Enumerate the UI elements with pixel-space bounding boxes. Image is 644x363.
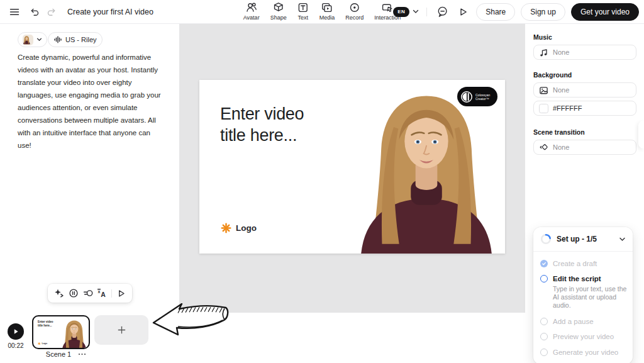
radio-active-icon [540,275,548,282]
setup-progress-label: Set up - 1/5 [557,235,614,243]
collapsed-panel-handle[interactable] [638,121,644,148]
share-button[interactable]: Share [476,3,515,21]
transition-selector[interactable]: None [533,140,636,155]
timeline-play-button[interactable] [8,323,24,340]
radio-todo-icon [540,349,548,356]
text-tool-icon [297,2,309,13]
divider [111,289,112,298]
thumb-title-text: Enter video title here... [38,320,53,328]
progress-ring-icon [540,233,552,245]
music-section-label: Music [533,33,636,41]
insert-toolbar: Avatar Shape Text Media Record Interacti… [243,2,401,21]
svg-text:x: x [98,289,101,294]
language-selector[interactable]: EN [393,4,419,20]
watermark-text: Colossyan [475,93,490,97]
script-mini-toolbar: xA [48,284,132,303]
scene-menu-icon[interactable] [77,352,87,357]
tab-shape[interactable]: Shape [270,2,287,21]
avatar-tool-icon [246,2,257,13]
motion-icon[interactable] [83,288,93,298]
shape-tool-icon [273,2,284,13]
script-text[interactable]: Create dynamic, powerful and informative… [18,51,164,152]
checklist-item-generate-video[interactable]: Generate your video [540,349,626,356]
chevron-down-icon [619,237,626,242]
comment-icon[interactable] [435,4,450,20]
tool-label: Avatar [243,14,260,21]
tab-media[interactable]: Media [319,2,335,21]
music-value: None [553,48,569,56]
script-panel: US - Riley Create dynamic, powerful and … [0,23,179,313]
undo-icon[interactable] [27,4,42,20]
tab-record[interactable]: Record [345,2,364,21]
tab-avatar[interactable]: Avatar [243,2,260,21]
video-duration: 00:22 [4,342,28,349]
checklist-item-create-draft[interactable]: Create a draft [540,260,626,267]
chevron-down-icon [413,9,419,14]
get-your-video-button[interactable]: Get your video [571,3,639,21]
divider [426,8,427,16]
background-color-selector[interactable]: #FFFFFF [533,101,636,116]
canvas-logo[interactable]: Logo [221,223,257,233]
logo-label: Logo [236,223,257,233]
tool-label: Shape [270,14,287,21]
ai-assistant-icon[interactable] [54,288,64,298]
avatar-thumbnail [23,35,33,45]
video-title-placeholder[interactable]: Enter video title here... [220,103,304,146]
avatar-selector[interactable] [18,32,47,47]
radio-todo-icon [540,333,548,340]
background-value: None [553,86,569,94]
checklist-item-description: Type in your text, use the AI assistant … [553,285,630,310]
document-title: Create your first AI video [67,8,153,16]
hand-drawn-arrow [149,303,230,336]
checklist-item-edit-script[interactable]: Edit the script [540,275,626,282]
music-selector[interactable]: None [533,45,636,60]
signup-button[interactable]: Sign up [521,3,565,21]
thumb-logo: Logo [38,342,47,345]
divider [533,251,633,252]
pause-circle-icon[interactable] [69,288,79,298]
preview-play-icon[interactable] [455,4,470,20]
music-note-icon [539,48,548,57]
media-tool-icon [321,2,333,13]
radio-todo-icon [540,318,548,325]
avatar-woman-image[interactable] [348,91,505,254]
transition-icon [539,143,548,152]
play-scene-icon[interactable] [116,289,126,298]
add-scene-button[interactable] [94,315,148,345]
tab-text[interactable]: Text [297,2,309,21]
tool-label: Media [319,14,335,21]
tool-label: Record [345,14,364,21]
image-icon [539,86,548,95]
scene-name-label[interactable]: Scene 1 [46,350,71,358]
colossyan-logo-icon [460,91,473,103]
setup-checklist-card: Set up - 1/5 Create a draft Edit the scr… [533,227,633,363]
transition-section-label: Scene transition [533,128,636,136]
waveform-icon [53,35,62,44]
plus-icon [117,325,126,335]
setup-card-header[interactable]: Set up - 1/5 [533,233,633,245]
tool-label: Text [297,14,308,21]
colossyan-watermark-badge: Colossyan Creator™ [457,87,497,106]
app-window: Create your first AI video Avatar Shape … [0,0,644,363]
video-canvas[interactable]: Enter video title here... Logo Colossyan… [199,80,505,254]
chevron-down-icon [36,38,42,42]
play-icon [13,328,19,335]
svg-text:A: A [101,291,106,298]
top-bar: Create your first AI video Avatar Shape … [0,0,644,24]
color-swatch [539,104,548,113]
background-selector[interactable]: None [533,82,636,98]
voice-selector[interactable]: US - Riley [48,32,103,47]
watermark-text: Creator™ [475,97,490,101]
redo-icon[interactable] [43,4,58,20]
checklist-item-add-pause[interactable]: Add a pause [540,318,626,325]
language-badge: EN [393,7,409,17]
translate-icon[interactable]: xA [97,288,107,298]
timeline-bar: 00:22 Enter video title here... Logo Sce… [0,313,525,363]
record-tool-icon [349,2,360,13]
background-color-value: #FFFFFF [553,104,582,112]
checklist-item-preview-video[interactable]: Preview your video [540,333,626,340]
interaction-tool-icon [382,2,393,13]
logo-asterisk-icon [221,223,231,233]
hamburger-menu-icon[interactable] [7,4,22,20]
scene-thumbnail-selected[interactable]: Enter video title here... Logo [32,315,90,349]
